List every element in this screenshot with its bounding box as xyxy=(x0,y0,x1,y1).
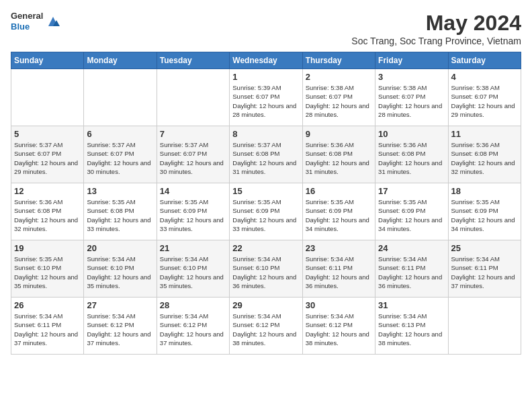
calendar-cell: 5Sunrise: 5:37 AMSunset: 6:07 PMDaylight… xyxy=(11,126,84,183)
week-row-3: 12Sunrise: 5:36 AMSunset: 6:08 PMDayligh… xyxy=(11,183,521,240)
day-info: Sunrise: 5:37 AMSunset: 6:07 PMDaylight:… xyxy=(160,140,226,176)
day-number: 26 xyxy=(14,300,81,310)
day-number: 17 xyxy=(378,186,445,196)
day-number: 5 xyxy=(14,129,81,139)
day-info: Sunrise: 5:39 AMSunset: 6:07 PMDaylight:… xyxy=(232,83,299,119)
day-number: 20 xyxy=(87,243,153,253)
col-header-thursday: Thursday xyxy=(302,52,375,69)
day-number: 9 xyxy=(306,129,372,139)
day-number: 1 xyxy=(232,72,299,82)
calendar-cell: 6Sunrise: 5:37 AMSunset: 6:07 PMDaylight… xyxy=(84,126,157,183)
day-info: Sunrise: 5:34 AMSunset: 6:12 PMDaylight:… xyxy=(306,312,372,347)
day-number: 28 xyxy=(160,300,226,310)
calendar-cell: 16Sunrise: 5:35 AMSunset: 6:09 PMDayligh… xyxy=(302,183,375,240)
calendar-cell: 18Sunrise: 5:35 AMSunset: 6:09 PMDayligh… xyxy=(448,183,521,240)
week-row-5: 26Sunrise: 5:34 AMSunset: 6:11 PMDayligh… xyxy=(11,298,521,355)
day-info: Sunrise: 5:38 AMSunset: 6:07 PMDaylight:… xyxy=(451,83,518,119)
day-info: Sunrise: 5:34 AMSunset: 6:11 PMDaylight:… xyxy=(378,255,445,290)
day-info: Sunrise: 5:34 AMSunset: 6:10 PMDaylight:… xyxy=(232,255,299,290)
col-header-sunday: Sunday xyxy=(11,52,84,69)
day-info: Sunrise: 5:34 AMSunset: 6:10 PMDaylight:… xyxy=(160,255,226,290)
calendar-cell: 31Sunrise: 5:34 AMSunset: 6:13 PMDayligh… xyxy=(375,298,448,355)
day-number: 22 xyxy=(232,243,299,253)
day-number: 23 xyxy=(306,243,372,253)
day-number: 14 xyxy=(160,186,226,196)
col-header-monday: Monday xyxy=(84,52,157,69)
day-info: Sunrise: 5:37 AMSunset: 6:07 PMDaylight:… xyxy=(87,140,153,176)
logo-text: General Blue xyxy=(11,11,43,32)
calendar-cell: 23Sunrise: 5:34 AMSunset: 6:11 PMDayligh… xyxy=(302,240,375,298)
day-number: 18 xyxy=(451,186,518,196)
day-info: Sunrise: 5:34 AMSunset: 6:12 PMDaylight:… xyxy=(160,312,226,347)
day-number: 13 xyxy=(87,186,153,196)
week-row-4: 19Sunrise: 5:35 AMSunset: 6:10 PMDayligh… xyxy=(11,240,521,298)
col-header-saturday: Saturday xyxy=(448,52,521,69)
day-info: Sunrise: 5:38 AMSunset: 6:07 PMDaylight:… xyxy=(306,83,372,119)
day-number: 29 xyxy=(232,300,299,310)
day-number: 24 xyxy=(378,243,445,253)
month-year-title: May 2024 xyxy=(351,11,521,36)
calendar-cell: 25Sunrise: 5:34 AMSunset: 6:11 PMDayligh… xyxy=(448,240,521,298)
day-info: Sunrise: 5:37 AMSunset: 6:07 PMDaylight:… xyxy=(14,140,81,176)
day-info: Sunrise: 5:35 AMSunset: 6:09 PMDaylight:… xyxy=(378,197,445,233)
day-number: 27 xyxy=(87,300,153,310)
week-row-1: 1Sunrise: 5:39 AMSunset: 6:07 PMDaylight… xyxy=(11,69,521,126)
day-info: Sunrise: 5:34 AMSunset: 6:12 PMDaylight:… xyxy=(87,312,153,347)
day-number: 4 xyxy=(451,72,518,82)
day-number: 3 xyxy=(378,72,445,82)
calendar-cell: 24Sunrise: 5:34 AMSunset: 6:11 PMDayligh… xyxy=(375,240,448,298)
page-header: General Blue May 2024 Soc Trang, Soc Tra… xyxy=(11,11,521,46)
calendar-cell: 8Sunrise: 5:37 AMSunset: 6:08 PMDaylight… xyxy=(230,126,302,183)
logo-icon xyxy=(46,14,60,29)
calendar-cell: 9Sunrise: 5:36 AMSunset: 6:08 PMDaylight… xyxy=(302,126,375,183)
calendar-cell: 29Sunrise: 5:34 AMSunset: 6:12 PMDayligh… xyxy=(230,298,302,355)
day-number: 2 xyxy=(306,72,372,82)
day-info: Sunrise: 5:38 AMSunset: 6:07 PMDaylight:… xyxy=(378,83,445,119)
calendar-cell xyxy=(448,298,521,355)
logo: General Blue xyxy=(11,11,60,32)
calendar-cell: 28Sunrise: 5:34 AMSunset: 6:12 PMDayligh… xyxy=(157,298,229,355)
calendar-cell: 1Sunrise: 5:39 AMSunset: 6:07 PMDaylight… xyxy=(230,69,302,126)
calendar-cell: 7Sunrise: 5:37 AMSunset: 6:07 PMDaylight… xyxy=(157,126,229,183)
calendar-cell: 26Sunrise: 5:34 AMSunset: 6:11 PMDayligh… xyxy=(11,298,84,355)
col-header-tuesday: Tuesday xyxy=(157,52,229,69)
day-number: 10 xyxy=(378,129,445,139)
day-number: 8 xyxy=(232,129,299,139)
calendar-table: SundayMondayTuesdayWednesdayThursdayFrid… xyxy=(11,52,521,355)
day-number: 16 xyxy=(306,186,372,196)
logo-blue: Blue xyxy=(11,21,43,32)
day-info: Sunrise: 5:36 AMSunset: 6:08 PMDaylight:… xyxy=(306,140,372,176)
calendar-cell: 2Sunrise: 5:38 AMSunset: 6:07 PMDaylight… xyxy=(302,69,375,126)
calendar-cell: 20Sunrise: 5:34 AMSunset: 6:10 PMDayligh… xyxy=(84,240,157,298)
calendar-cell: 12Sunrise: 5:36 AMSunset: 6:08 PMDayligh… xyxy=(11,183,84,240)
calendar-cell: 19Sunrise: 5:35 AMSunset: 6:10 PMDayligh… xyxy=(11,240,84,298)
calendar-cell: 21Sunrise: 5:34 AMSunset: 6:10 PMDayligh… xyxy=(157,240,229,298)
day-number: 15 xyxy=(232,186,299,196)
day-info: Sunrise: 5:35 AMSunset: 6:09 PMDaylight:… xyxy=(451,197,518,233)
day-info: Sunrise: 5:35 AMSunset: 6:09 PMDaylight:… xyxy=(306,197,372,233)
day-info: Sunrise: 5:34 AMSunset: 6:11 PMDaylight:… xyxy=(306,255,372,290)
week-row-2: 5Sunrise: 5:37 AMSunset: 6:07 PMDaylight… xyxy=(11,126,521,183)
day-info: Sunrise: 5:35 AMSunset: 6:09 PMDaylight:… xyxy=(232,197,299,233)
calendar-cell: 30Sunrise: 5:34 AMSunset: 6:12 PMDayligh… xyxy=(302,298,375,355)
calendar-cell: 4Sunrise: 5:38 AMSunset: 6:07 PMDaylight… xyxy=(448,69,521,126)
calendar-cell: 3Sunrise: 5:38 AMSunset: 6:07 PMDaylight… xyxy=(375,69,448,126)
logo-general: General xyxy=(11,11,43,21)
day-number: 6 xyxy=(87,129,153,139)
title-area: May 2024 Soc Trang, Soc Trang Province, … xyxy=(351,11,521,46)
day-number: 12 xyxy=(14,186,81,196)
location-subtitle: Soc Trang, Soc Trang Province, Vietnam xyxy=(351,36,521,46)
day-info: Sunrise: 5:36 AMSunset: 6:08 PMDaylight:… xyxy=(378,140,445,176)
day-info: Sunrise: 5:36 AMSunset: 6:08 PMDaylight:… xyxy=(14,197,81,233)
day-info: Sunrise: 5:35 AMSunset: 6:09 PMDaylight:… xyxy=(160,197,226,233)
day-info: Sunrise: 5:34 AMSunset: 6:11 PMDaylight:… xyxy=(451,255,518,290)
calendar-cell xyxy=(157,69,229,126)
calendar-cell xyxy=(84,69,157,126)
calendar-cell: 13Sunrise: 5:35 AMSunset: 6:08 PMDayligh… xyxy=(84,183,157,240)
calendar-cell: 22Sunrise: 5:34 AMSunset: 6:10 PMDayligh… xyxy=(230,240,302,298)
day-number: 31 xyxy=(378,300,445,310)
calendar-cell: 27Sunrise: 5:34 AMSunset: 6:12 PMDayligh… xyxy=(84,298,157,355)
calendar-cell: 10Sunrise: 5:36 AMSunset: 6:08 PMDayligh… xyxy=(375,126,448,183)
day-info: Sunrise: 5:35 AMSunset: 6:10 PMDaylight:… xyxy=(14,255,81,290)
day-number: 7 xyxy=(160,129,226,139)
